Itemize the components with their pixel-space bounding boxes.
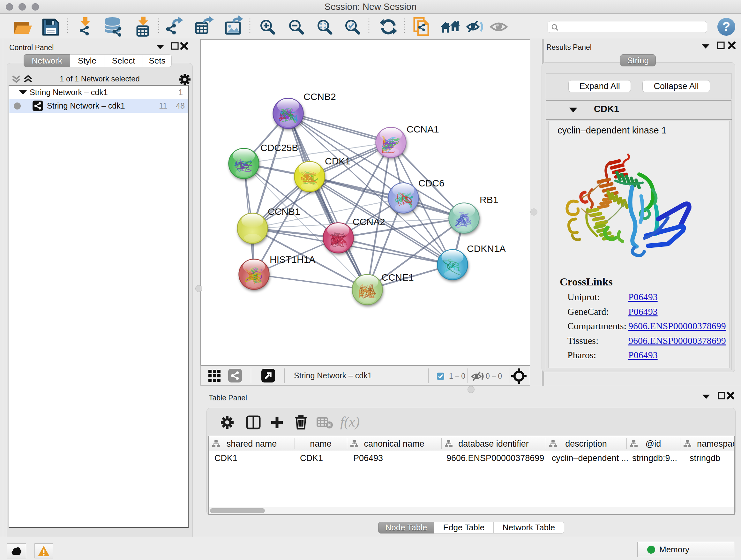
svg-text:CCNB2: CCNB2 <box>304 91 336 102</box>
svg-text:RB1: RB1 <box>480 194 498 205</box>
svg-text:CDC6: CDC6 <box>418 178 445 188</box>
svg-text:CCNB1: CCNB1 <box>268 206 300 217</box>
svg-text:CDKN1A: CDKN1A <box>467 243 506 254</box>
svg-text:CDC25B: CDC25B <box>260 142 298 153</box>
svg-text:HIST1H1A: HIST1H1A <box>270 254 315 265</box>
svg-text:CCNA1: CCNA1 <box>407 124 439 134</box>
svg-text:CDK1: CDK1 <box>325 156 350 166</box>
svg-text:CCNA2: CCNA2 <box>353 216 385 227</box>
svg-text:CCNE1: CCNE1 <box>381 272 414 283</box>
